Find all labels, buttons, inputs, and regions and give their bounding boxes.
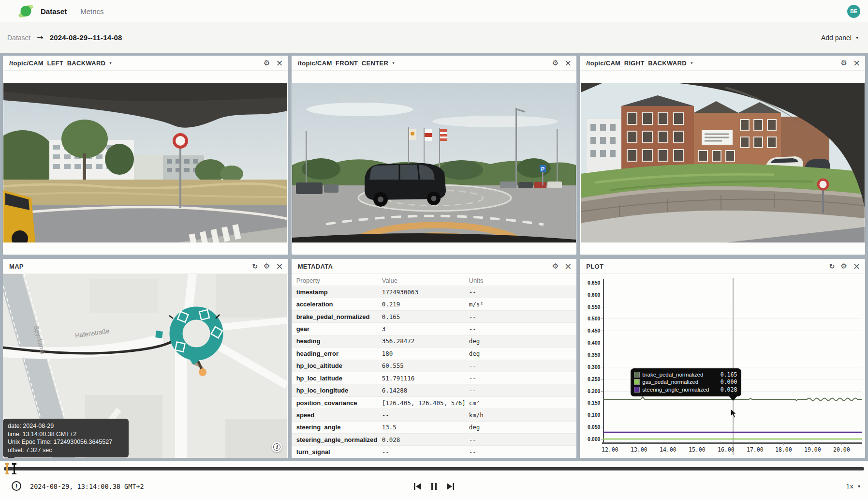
close-panel-icon[interactable]: ×: [853, 262, 860, 271]
playback-speed-selector[interactable]: 1x ▾: [846, 483, 860, 490]
settings-gear-icon[interactable]: ⚙: [264, 263, 270, 270]
topic-selector-cam-right[interactable]: /topic/CAM_RIGHT_BACKWARD: [586, 60, 687, 67]
app-logo-icon[interactable]: [18, 4, 34, 18]
panel-plot: PLOT ↻ ⚙ × 0.650 0.600 0.550 0.500 0.450…: [580, 259, 865, 458]
camera-image-right-backward: [580, 71, 865, 255]
skip-to-start-button[interactable]: [412, 481, 423, 492]
metadata-row: hp_loc_altitude60.555--: [292, 360, 577, 372]
panel-cam-front-center: /topic/CAM_FRONT_CENTER ▾ ⚙ ×: [292, 56, 577, 255]
playback-bar: ! 2024-08-29, 13:14:00.38 GMT+2 1x ▾: [0, 461, 868, 500]
legend-series-value: 0.000: [721, 379, 737, 385]
column-header: Value: [382, 277, 469, 284]
mouse-cursor-icon: [730, 409, 737, 418]
metadata-property: gear: [296, 325, 382, 333]
legend-swatch-0: [634, 372, 640, 378]
timeline-track[interactable]: [4, 467, 864, 470]
chevron-down-icon[interactable]: ▾: [392, 61, 395, 65]
map-info-button[interactable]: i: [272, 442, 282, 452]
metadata-row: hp_loc_latitude51.791116--: [292, 372, 577, 384]
column-header: Property: [296, 277, 382, 284]
metadata-units: cm²: [469, 399, 572, 407]
metadata-units: --: [469, 313, 572, 320]
metadata-value: 0.219: [382, 301, 469, 308]
metadata-row: acceleration0.219m/s²: [292, 298, 577, 310]
metadata-value: 0.028: [382, 436, 469, 443]
plot-legend-tooltip: brake_pedal_normalized 0.165 gas_pedal_n…: [631, 368, 741, 396]
map-tooltip-time: time: 13:14:00.38 GMT+2: [8, 430, 124, 439]
metadata-property: timestamp: [296, 288, 382, 296]
svg-text:P: P: [541, 166, 544, 172]
metadata-units: --: [469, 448, 572, 455]
plot-panel-title: PLOT: [586, 263, 603, 270]
top-nav: Dataset Metrics BE: [0, 0, 868, 22]
chevron-down-icon[interactable]: ▾: [109, 61, 112, 65]
metadata-value: 180: [382, 350, 469, 357]
add-panel-label: Add panel: [821, 34, 852, 42]
breadcrumb-root[interactable]: Dataset: [7, 34, 30, 42]
close-panel-icon[interactable]: ×: [564, 59, 572, 67]
metadata-units: km/h: [469, 411, 572, 419]
refresh-icon[interactable]: ↻: [829, 263, 835, 270]
metadata-units: --: [469, 436, 572, 443]
breadcrumb-arrow-icon: →: [37, 33, 43, 42]
tab-metrics[interactable]: Metrics: [80, 7, 103, 15]
legend-series-name: gas_pedal_normalized: [642, 379, 720, 385]
skip-to-end-button[interactable]: [445, 481, 456, 492]
metadata-property: speed: [296, 411, 382, 419]
metadata-property: hp_loc_altitude: [296, 362, 382, 369]
legend-swatch-2: [634, 387, 640, 393]
close-panel-icon[interactable]: ×: [564, 262, 572, 271]
timeline-marker-secondary[interactable]: [5, 463, 9, 474]
map-tooltip-date: date: 2024-08-29: [8, 422, 124, 430]
metadata-row: steering_angle13.5deg: [292, 421, 577, 433]
plot-canvas[interactable]: 0.650 0.600 0.550 0.500 0.450 0.400 0.35…: [580, 274, 865, 458]
map-canvas[interactable]: Hafenstraße Spyckanal date: 2024-08-29 t…: [3, 274, 288, 458]
metadata-row: gear3--: [292, 322, 577, 334]
legend-series-name: steering_angle_normalized: [642, 387, 720, 393]
topic-selector-cam-center[interactable]: /topic/CAM_FRONT_CENTER: [298, 60, 388, 67]
metadata-units: --: [469, 325, 572, 333]
metadata-units: --: [469, 375, 572, 382]
speed-value: 1x: [846, 483, 853, 490]
alert-icon[interactable]: !: [12, 481, 21, 491]
settings-gear-icon[interactable]: ⚙: [552, 263, 559, 270]
metadata-panel-title: METADATA: [298, 263, 333, 270]
metadata-value: 60.555: [382, 362, 469, 369]
topic-selector-cam-left[interactable]: /topic/CAM_LEFT_BACKWARD: [9, 60, 105, 67]
metadata-property: heading: [296, 337, 382, 345]
camera-image-front-center: P: [292, 71, 577, 255]
metadata-value: 6.14288: [382, 387, 469, 394]
panel-header: /topic/CAM_FRONT_CENTER ▾ ⚙ ×: [292, 56, 577, 71]
playback-timestamp: 2024-08-29, 13:14:00.38 GMT+2: [30, 483, 144, 490]
settings-gear-icon[interactable]: ⚙: [840, 263, 847, 270]
metadata-units: deg: [469, 350, 572, 357]
close-panel-icon[interactable]: ×: [276, 59, 283, 67]
metadata-row: heading_error180deg: [292, 347, 577, 359]
panel-metadata: METADATA ⚙ × Property Value Units timest…: [292, 259, 577, 458]
user-avatar[interactable]: BE: [847, 5, 860, 18]
map-tooltip-offset: offset: 7.327 sec: [8, 446, 124, 455]
add-panel-button[interactable]: Add panel ▾: [821, 34, 858, 42]
metadata-row: turn_signal----: [292, 445, 577, 457]
settings-gear-icon[interactable]: ⚙: [552, 60, 559, 67]
tab-dataset[interactable]: Dataset: [41, 7, 67, 15]
close-panel-icon[interactable]: ×: [853, 59, 860, 67]
metadata-row: heading356.28472deg: [292, 335, 577, 347]
settings-gear-icon[interactable]: ⚙: [264, 60, 270, 67]
metadata-row: speed--km/h: [292, 409, 577, 421]
panel-grid: /topic/CAM_LEFT_BACKWARD ▾ ⚙ ×: [0, 53, 868, 461]
close-panel-icon[interactable]: ×: [276, 262, 283, 271]
metadata-row: timestamp1724930063--: [292, 286, 577, 298]
metadata-property: heading_error: [296, 350, 382, 357]
legend-series-name: brake_pedal_normalized: [642, 372, 720, 378]
panel-header: MAP ↻ ⚙ ×: [3, 259, 288, 274]
timeline-playhead[interactable]: [12, 463, 16, 474]
metadata-row: hp_loc_longitude6.14288--: [292, 384, 577, 396]
settings-gear-icon[interactable]: ⚙: [840, 60, 847, 67]
chevron-down-icon[interactable]: ▾: [691, 61, 693, 65]
pause-button[interactable]: [429, 481, 440, 492]
refresh-icon[interactable]: ↻: [252, 263, 258, 270]
panel-header: /topic/CAM_LEFT_BACKWARD ▾ ⚙ ×: [3, 56, 288, 71]
info-icon: i: [273, 443, 280, 451]
metadata-property: position_covariance: [296, 399, 382, 407]
